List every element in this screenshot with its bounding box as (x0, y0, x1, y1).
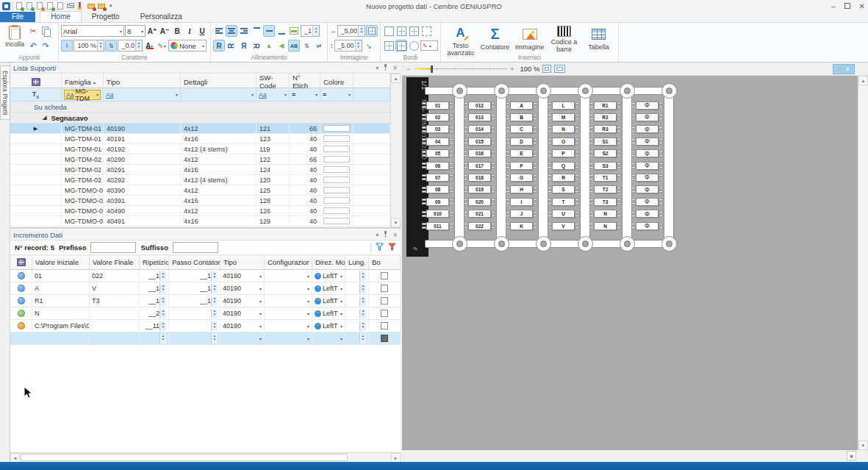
direzione-combo[interactable]: LeftT▾ (315, 284, 342, 293)
checkbox[interactable] (381, 272, 388, 279)
color-swatch[interactable] (323, 187, 350, 193)
cell-tipo[interactable]: 40190▾ (220, 282, 265, 294)
configurazione-combo[interactable]: ▾ (267, 296, 309, 306)
header-tipo[interactable]: Tipo (104, 74, 181, 90)
marker-label[interactable]: 05 (426, 149, 449, 157)
line-count-spinner[interactable]: _1▲▼ (301, 25, 320, 37)
color-swatch[interactable] (323, 125, 350, 132)
scroll-down-icon[interactable]: ▼ (858, 441, 868, 450)
spin-down-icon[interactable]: ▼ (213, 288, 216, 292)
chevron-down-icon[interactable]: ▾ (259, 311, 262, 316)
align-bottom-button[interactable] (276, 25, 287, 37)
cell-lunghezza[interactable]: ▲▼ (345, 332, 369, 344)
lunghezza-spinner[interactable]: ▲▼ (348, 334, 366, 343)
spin-buttons-icon[interactable]: ▲▼ (159, 296, 166, 306)
cell-famiglia[interactable]: MG-TDM-01 (62, 144, 104, 154)
cell-famiglia[interactable]: MG-TDMO-0. (62, 216, 104, 226)
lunghezza-spinner[interactable]: ▲▼ (348, 309, 366, 318)
spin-buttons-icon[interactable]: ▲▼ (211, 334, 218, 343)
marker-label[interactable]: 020 (468, 198, 491, 206)
cell-tipo[interactable]: 40490 (104, 206, 181, 216)
grow-font-button[interactable]: A⁺ (146, 25, 158, 37)
configurazione-combo[interactable]: ▾ (267, 284, 309, 293)
cell-sw-code[interactable]: 125 (257, 185, 290, 195)
checkbox[interactable] (381, 310, 388, 317)
group-row-segnacavo[interactable]: ◢Segnacavo (10, 113, 390, 124)
color-swatch[interactable] (323, 207, 350, 214)
famiglia-filter-chip[interactable]: AaMG-TDM▾ (64, 90, 101, 100)
cell-colore[interactable] (320, 206, 354, 216)
auto-fit-text-button[interactable]: AB (288, 40, 300, 51)
chevron-down-icon[interactable]: ▾ (340, 286, 342, 291)
chevron-down-icon[interactable]: ▾ (340, 299, 342, 304)
cell-bo[interactable] (369, 282, 401, 294)
marker-label[interactable]: A (510, 102, 533, 110)
chevron-down-icon[interactable]: ▾ (307, 311, 309, 316)
cell-valore-iniziale[interactable]: A (32, 282, 90, 294)
marker-label[interactable]: 021 (468, 210, 491, 218)
spin-buttons-icon[interactable]: ▲▼ (159, 271, 166, 281)
cell-n-etich[interactable]: 66 (290, 154, 320, 164)
tipo-combo[interactable]: ▾ (223, 334, 262, 343)
shrink-font-button[interactable]: A⁻ (159, 25, 171, 37)
cell-n-etich[interactable]: 40 (290, 185, 320, 195)
more-commands-icon[interactable]: ▾ (108, 3, 114, 9)
cell-famiglia[interactable]: MG-TDMO-0 (62, 196, 104, 205)
passo-spinner[interactable]: __1▲▼ (171, 271, 218, 281)
marker-label[interactable]: O (552, 138, 575, 146)
marker-label[interactable]: Q (552, 162, 575, 170)
marker-label[interactable]: 014 (468, 125, 491, 133)
marker-label[interactable]: N (552, 125, 575, 133)
spin-down-icon[interactable]: ▼ (162, 313, 165, 317)
marker-label[interactable]: S3 (594, 162, 617, 170)
cell-colore[interactable] (320, 165, 354, 174)
cell-ripetizio[interactable]: ▲▼ (140, 332, 169, 344)
cell-famiglia[interactable]: MG-TDM-01 (62, 134, 104, 143)
lista-row[interactable]: MG-TDMO-0403914x1612840 (10, 196, 390, 206)
header-sw-code[interactable]: SW-Code (257, 74, 290, 90)
flip-vertical-button[interactable]: ▲ (263, 40, 275, 51)
align-right-button[interactable] (238, 25, 250, 37)
chevron-down-icon[interactable]: ▾ (340, 324, 342, 329)
tab-home[interactable]: Home (40, 11, 82, 22)
cell-valore-iniziale[interactable]: 01 (32, 270, 90, 282)
marker-label[interactable]: R2 (594, 113, 617, 121)
grid-selector-icon[interactable] (32, 78, 40, 86)
cell-colore[interactable] (320, 134, 354, 143)
font-family-combo[interactable]: Arial▾ (61, 25, 124, 37)
fill-color-combo[interactable]: None▾ (168, 40, 207, 51)
marker-label[interactable]: Φ (636, 102, 659, 110)
marker-label[interactable]: N (594, 210, 617, 218)
lista-row[interactable]: ▶MG-TDM-01401904x1212166 (10, 124, 390, 134)
cell-famiglia[interactable]: MG-TDMO-0. (62, 206, 104, 216)
underline-button[interactable]: U (196, 25, 208, 37)
tab-personalizza[interactable]: Personalizza (130, 12, 193, 22)
cell-dettagli[interactable]: 4x16 (181, 216, 257, 226)
advanced-text-button[interactable]: A Testo avanzato (443, 24, 478, 53)
lista-row[interactable]: MG-TDM-01401914x1612340 (10, 134, 390, 144)
save-icon[interactable] (46, 2, 54, 10)
chevron-down-icon[interactable]: ▾ (307, 286, 309, 291)
cell-valore-finale[interactable] (90, 320, 140, 332)
marker-label[interactable]: 02 (426, 113, 449, 121)
ripetizio-spinner[interactable]: __11▲▼ (142, 321, 166, 331)
print-icon[interactable] (67, 2, 75, 10)
lista-row[interactable]: MG-TDM-02402924x12 (4 stems)12040 (10, 175, 390, 185)
cell-passo[interactable]: __1▲▼ (169, 282, 220, 294)
marker-label[interactable]: 017 (468, 162, 491, 170)
cell-dettagli[interactable]: 4x12 (4 stems) (181, 175, 257, 185)
marker-label[interactable]: 08 (426, 185, 449, 193)
group-row-su-scheda[interactable]: Su scheda (10, 102, 390, 113)
cell-valore-finale[interactable]: 022 (90, 270, 140, 282)
lunghezza-spinner[interactable]: ▲▼ (348, 296, 366, 306)
italic-button[interactable]: I (184, 25, 196, 37)
image-width-spinner[interactable]: _5,00▲▼ (337, 25, 365, 37)
cell-ripetizio[interactable]: __2▲▼ (140, 307, 169, 319)
cell-tipo[interactable]: 40290 (104, 154, 181, 164)
header-colore[interactable]: Colore (320, 74, 354, 90)
cell-famiglia[interactable]: MG-TDM-02 (62, 175, 104, 185)
marker-label[interactable]: Φ (636, 125, 659, 133)
cell-ripetizio[interactable]: __1▲▼ (140, 295, 169, 307)
folder-badge-icon[interactable] (98, 2, 106, 10)
spin-buttons-icon[interactable]: ▲▼ (359, 321, 366, 331)
